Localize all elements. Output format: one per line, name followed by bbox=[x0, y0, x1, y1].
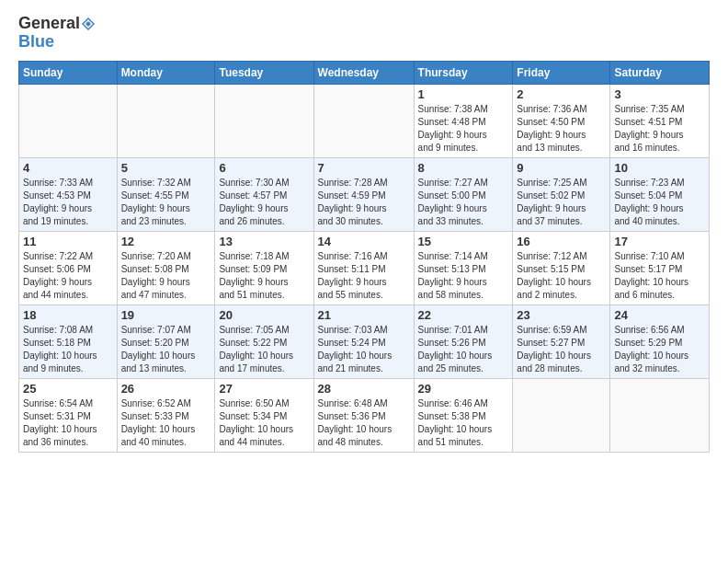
day-info: Sunrise: 7:08 AM Sunset: 5:18 PM Dayligh… bbox=[23, 324, 113, 375]
day-number: 16 bbox=[517, 235, 606, 248]
day-number: 22 bbox=[418, 308, 509, 322]
day-info: Sunrise: 7:25 AM Sunset: 5:02 PM Dayligh… bbox=[517, 177, 606, 228]
day-info: Sunrise: 7:20 AM Sunset: 5:08 PM Dayligh… bbox=[121, 250, 211, 302]
day-number: 24 bbox=[614, 308, 705, 322]
calendar-cell: 21Sunrise: 7:03 AM Sunset: 5:24 PM Dayli… bbox=[313, 304, 414, 378]
day-info: Sunrise: 6:52 AM Sunset: 5:33 PM Dayligh… bbox=[121, 397, 211, 449]
weekday-header: Wednesday bbox=[313, 61, 414, 84]
day-info: Sunrise: 7:01 AM Sunset: 5:26 PM Dayligh… bbox=[418, 324, 509, 375]
day-info: Sunrise: 7:05 AM Sunset: 5:22 PM Dayligh… bbox=[219, 324, 309, 375]
day-number: 10 bbox=[614, 161, 705, 175]
day-info: Sunrise: 7:12 AM Sunset: 5:15 PM Dayligh… bbox=[517, 250, 606, 302]
calendar-cell bbox=[313, 84, 414, 157]
day-number: 8 bbox=[418, 161, 509, 175]
calendar-cell: 24Sunrise: 6:56 AM Sunset: 5:29 PM Dayli… bbox=[610, 304, 710, 378]
calendar-cell: 12Sunrise: 7:20 AM Sunset: 5:08 PM Dayli… bbox=[117, 231, 215, 304]
calendar-cell: 15Sunrise: 7:14 AM Sunset: 5:13 PM Dayli… bbox=[414, 231, 513, 304]
page: General Blue SundayMondayTuesdayWednesda… bbox=[0, 0, 728, 467]
calendar-cell: 23Sunrise: 6:59 AM Sunset: 5:27 PM Dayli… bbox=[513, 304, 610, 378]
day-info: Sunrise: 7:36 AM Sunset: 4:50 PM Dayligh… bbox=[517, 103, 606, 155]
weekday-header: Sunday bbox=[19, 61, 118, 84]
day-number: 7 bbox=[318, 161, 410, 175]
day-number: 23 bbox=[517, 308, 606, 322]
logo: General Blue bbox=[18, 15, 91, 52]
weekday-header: Thursday bbox=[414, 61, 513, 84]
calendar-table: SundayMondayTuesdayWednesdayThursdayFrid… bbox=[18, 61, 710, 453]
day-number: 21 bbox=[318, 308, 410, 322]
calendar-cell: 19Sunrise: 7:07 AM Sunset: 5:20 PM Dayli… bbox=[117, 304, 215, 378]
calendar-cell bbox=[117, 84, 215, 157]
calendar-cell: 26Sunrise: 6:52 AM Sunset: 5:33 PM Dayli… bbox=[117, 378, 215, 452]
calendar-cell: 7Sunrise: 7:28 AM Sunset: 4:59 PM Daylig… bbox=[313, 157, 414, 231]
day-number: 28 bbox=[318, 382, 410, 396]
day-number: 9 bbox=[517, 161, 606, 175]
day-info: Sunrise: 7:27 AM Sunset: 5:00 PM Dayligh… bbox=[418, 177, 509, 228]
logo-text-blue: Blue bbox=[18, 33, 91, 52]
day-info: Sunrise: 7:30 AM Sunset: 4:57 PM Dayligh… bbox=[219, 177, 309, 228]
calendar-cell: 6Sunrise: 7:30 AM Sunset: 4:57 PM Daylig… bbox=[215, 157, 313, 231]
day-info: Sunrise: 7:35 AM Sunset: 4:51 PM Dayligh… bbox=[614, 103, 705, 155]
calendar-cell bbox=[513, 378, 610, 452]
day-info: Sunrise: 6:50 AM Sunset: 5:34 PM Dayligh… bbox=[219, 397, 309, 449]
calendar-cell bbox=[19, 84, 118, 157]
day-number: 18 bbox=[23, 308, 113, 322]
calendar-cell: 8Sunrise: 7:27 AM Sunset: 5:00 PM Daylig… bbox=[414, 157, 513, 231]
day-info: Sunrise: 7:10 AM Sunset: 5:17 PM Dayligh… bbox=[614, 250, 705, 302]
day-number: 11 bbox=[23, 235, 113, 248]
day-number: 4 bbox=[23, 161, 113, 175]
day-info: Sunrise: 7:33 AM Sunset: 4:53 PM Dayligh… bbox=[23, 177, 113, 228]
calendar-cell: 29Sunrise: 6:46 AM Sunset: 5:38 PM Dayli… bbox=[414, 378, 513, 452]
day-info: Sunrise: 6:59 AM Sunset: 5:27 PM Dayligh… bbox=[517, 324, 606, 375]
calendar-cell: 25Sunrise: 6:54 AM Sunset: 5:31 PM Dayli… bbox=[19, 378, 118, 452]
day-number: 17 bbox=[614, 235, 705, 248]
day-number: 12 bbox=[121, 235, 211, 248]
calendar-cell: 17Sunrise: 7:10 AM Sunset: 5:17 PM Dayli… bbox=[610, 231, 710, 304]
calendar-cell: 11Sunrise: 7:22 AM Sunset: 5:06 PM Dayli… bbox=[19, 231, 118, 304]
logo-text-general: General bbox=[18, 14, 80, 32]
day-info: Sunrise: 7:07 AM Sunset: 5:20 PM Dayligh… bbox=[121, 324, 211, 375]
day-number: 20 bbox=[219, 308, 309, 322]
calendar-cell: 18Sunrise: 7:08 AM Sunset: 5:18 PM Dayli… bbox=[19, 304, 118, 378]
calendar-cell: 20Sunrise: 7:05 AM Sunset: 5:22 PM Dayli… bbox=[215, 304, 313, 378]
day-number: 15 bbox=[418, 235, 509, 248]
day-info: Sunrise: 7:28 AM Sunset: 4:59 PM Dayligh… bbox=[318, 177, 410, 228]
calendar-week-row: 11Sunrise: 7:22 AM Sunset: 5:06 PM Dayli… bbox=[19, 231, 710, 304]
day-info: Sunrise: 6:54 AM Sunset: 5:31 PM Dayligh… bbox=[23, 397, 113, 449]
calendar-cell: 28Sunrise: 6:48 AM Sunset: 5:36 PM Dayli… bbox=[313, 378, 414, 452]
calendar-cell: 16Sunrise: 7:12 AM Sunset: 5:15 PM Dayli… bbox=[513, 231, 610, 304]
calendar-week-row: 4Sunrise: 7:33 AM Sunset: 4:53 PM Daylig… bbox=[19, 157, 710, 231]
calendar-cell bbox=[610, 378, 710, 452]
header: General Blue bbox=[18, 15, 710, 52]
calendar-cell: 13Sunrise: 7:18 AM Sunset: 5:09 PM Dayli… bbox=[215, 231, 313, 304]
day-number: 2 bbox=[517, 87, 606, 101]
calendar-cell: 22Sunrise: 7:01 AM Sunset: 5:26 PM Dayli… bbox=[414, 304, 513, 378]
calendar-week-row: 18Sunrise: 7:08 AM Sunset: 5:18 PM Dayli… bbox=[19, 304, 710, 378]
day-number: 3 bbox=[614, 87, 705, 101]
weekday-header: Saturday bbox=[610, 61, 710, 84]
day-number: 19 bbox=[121, 308, 211, 322]
day-info: Sunrise: 7:32 AM Sunset: 4:55 PM Dayligh… bbox=[121, 177, 211, 228]
day-info: Sunrise: 7:23 AM Sunset: 5:04 PM Dayligh… bbox=[614, 177, 705, 228]
day-info: Sunrise: 7:16 AM Sunset: 5:11 PM Dayligh… bbox=[318, 250, 410, 302]
day-number: 6 bbox=[219, 161, 309, 175]
weekday-header: Friday bbox=[513, 61, 610, 84]
day-number: 27 bbox=[219, 382, 309, 396]
calendar-cell bbox=[215, 84, 313, 157]
day-info: Sunrise: 7:03 AM Sunset: 5:24 PM Dayligh… bbox=[318, 324, 410, 375]
weekday-header: Monday bbox=[117, 61, 215, 84]
calendar-cell: 5Sunrise: 7:32 AM Sunset: 4:55 PM Daylig… bbox=[117, 157, 215, 231]
day-info: Sunrise: 6:56 AM Sunset: 5:29 PM Dayligh… bbox=[614, 324, 705, 375]
calendar-body: 1Sunrise: 7:38 AM Sunset: 4:48 PM Daylig… bbox=[19, 84, 710, 452]
day-info: Sunrise: 7:14 AM Sunset: 5:13 PM Dayligh… bbox=[418, 250, 509, 302]
calendar-cell: 1Sunrise: 7:38 AM Sunset: 4:48 PM Daylig… bbox=[414, 84, 513, 157]
calendar-cell: 9Sunrise: 7:25 AM Sunset: 5:02 PM Daylig… bbox=[513, 157, 610, 231]
day-number: 25 bbox=[23, 382, 113, 396]
day-number: 26 bbox=[121, 382, 211, 396]
calendar-week-row: 25Sunrise: 6:54 AM Sunset: 5:31 PM Dayli… bbox=[19, 378, 710, 452]
logo-flag-icon bbox=[82, 17, 91, 31]
day-number: 29 bbox=[418, 382, 509, 396]
day-info: Sunrise: 6:46 AM Sunset: 5:38 PM Dayligh… bbox=[418, 397, 509, 449]
calendar-cell: 2Sunrise: 7:36 AM Sunset: 4:50 PM Daylig… bbox=[513, 84, 610, 157]
day-info: Sunrise: 6:48 AM Sunset: 5:36 PM Dayligh… bbox=[318, 397, 410, 449]
calendar-cell: 27Sunrise: 6:50 AM Sunset: 5:34 PM Dayli… bbox=[215, 378, 313, 452]
